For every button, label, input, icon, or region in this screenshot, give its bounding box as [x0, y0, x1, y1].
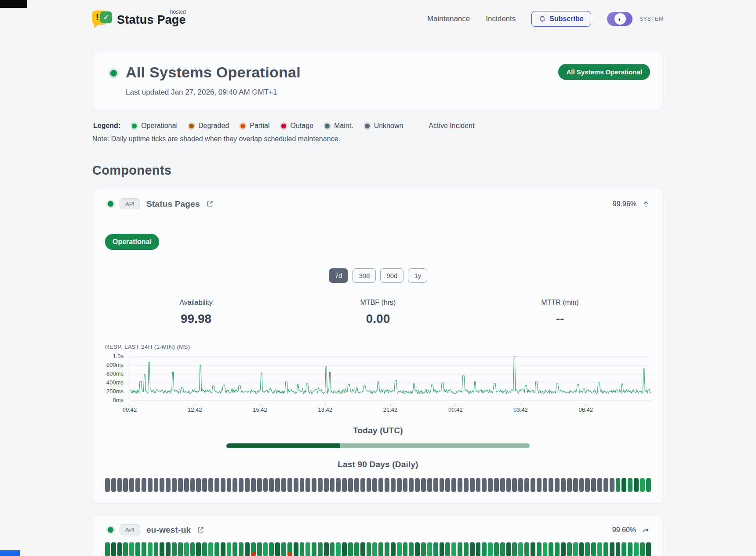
- uptime-day-tick: [603, 478, 608, 492]
- uptime-day-tick: [561, 542, 566, 556]
- uptime-day-tick: [354, 542, 359, 556]
- uptime-day-tick: [294, 542, 298, 556]
- legend-item-label: Partial: [250, 122, 269, 130]
- range-button-90d[interactable]: 90d: [380, 268, 403, 283]
- uptime-day-tick: [597, 542, 602, 556]
- uptime-day-tick: [275, 478, 280, 492]
- legend-dot-operational: [132, 124, 137, 128]
- chart-y-axis: 1.0s800ms600ms400ms200ms0ms: [105, 353, 125, 404]
- uptime-day-tick: [445, 542, 450, 556]
- uptime-day-tick: [227, 542, 232, 556]
- subscribe-label: Subscribe: [549, 15, 583, 23]
- uptime-day-tick: [281, 542, 286, 556]
- uptime-day-tick: [214, 542, 219, 556]
- uptime-day-tick: [409, 478, 414, 492]
- today-heading: Today (UTC): [105, 426, 651, 435]
- uptime-day-tick: [421, 478, 426, 492]
- uptime-day-tick: [354, 478, 359, 492]
- theme-toggle-label: SYSTEM: [640, 16, 664, 22]
- uptime-day-tick: [451, 542, 456, 556]
- today-progress-bar: [226, 443, 529, 448]
- uptime-day-tick: [202, 478, 207, 492]
- component-status-dot: [108, 201, 113, 207]
- uptime-day-tick: [549, 478, 553, 492]
- uptime-day-tick: [324, 542, 329, 556]
- uptime-day-tick: [142, 542, 146, 556]
- uptime-day-tick: [305, 478, 310, 492]
- uptime-day-tick: [342, 542, 347, 556]
- uptime-day-tick: [227, 478, 232, 492]
- chart-plot-area: [130, 356, 651, 400]
- uptime-day-tick: [597, 478, 602, 492]
- uptime-day-tick: [391, 478, 396, 492]
- uptime-day-tick: [573, 478, 578, 492]
- uptime-day-tick: [287, 542, 292, 556]
- nav-maintenance[interactable]: Maintenance: [427, 15, 470, 23]
- last-updated: Last updated Jan 27, 2026, 09:40 AM GMT+…: [126, 88, 301, 97]
- nav-incidents[interactable]: Incidents: [486, 15, 516, 23]
- uptime-day-tick: [172, 542, 177, 556]
- uptime-day-tick: [458, 478, 462, 492]
- subscribe-button[interactable]: Subscribe: [531, 11, 591, 27]
- legend-note: Note: Daily uptime ticks are shaded when…: [92, 135, 664, 143]
- uptime-day-tick: [123, 542, 128, 556]
- legend-item-label: Degraded: [198, 122, 229, 130]
- uptime-day-tick: [221, 542, 225, 556]
- stat-label-mttr: MTTR (min): [469, 299, 651, 307]
- stat-value-mttr: --: [469, 312, 651, 326]
- uptime-day-tick: [628, 542, 632, 556]
- uptime-day-tick: [263, 478, 268, 492]
- uptime-day-tick: [336, 542, 341, 556]
- uptime-day-tick: [251, 542, 256, 556]
- uptime-day-tick: [166, 478, 171, 492]
- hero-status-card: All Systems Operational Last updated Jan…: [92, 51, 664, 110]
- collapse-up-icon[interactable]: [643, 201, 649, 208]
- uptime-day-tick: [543, 542, 548, 556]
- uptime-day-tick: [172, 478, 177, 492]
- uptime-day-tick: [123, 478, 128, 492]
- stat-label-availability: Availability: [105, 299, 287, 307]
- range-button-7d[interactable]: 7d: [329, 268, 349, 283]
- uptime-day-tick: [603, 542, 608, 556]
- uptime-day-tick: [154, 478, 159, 492]
- theme-toggle[interactable]: ◐: [607, 12, 632, 26]
- uptime-day-tick: [427, 478, 432, 492]
- uptime-day-tick: [433, 478, 438, 492]
- history-heading: Last 90 Days (Daily): [105, 460, 651, 469]
- uptime-day-tick: [221, 478, 225, 492]
- uptime-day-tick: [464, 542, 469, 556]
- component-tag: API: [120, 524, 140, 535]
- uptime-day-tick: [567, 478, 572, 492]
- uptime-day-tick: [281, 478, 286, 492]
- range-button-30d[interactable]: 30d: [353, 268, 376, 283]
- uptime-day-tick: [470, 478, 475, 492]
- uptime-day-tick: [646, 478, 651, 492]
- uptime-day-tick: [445, 478, 450, 492]
- uptime-day-tick: [360, 542, 365, 556]
- external-link-icon[interactable]: [206, 200, 214, 208]
- legend: Legend: Operational Degraded Partial Out…: [92, 122, 664, 130]
- expand-icon[interactable]: [642, 527, 649, 533]
- brand-logo[interactable]: ! ✓ hosted Status Page: [92, 10, 186, 28]
- uptime-day-tick: [372, 542, 377, 556]
- uptime-day-tick: [531, 542, 535, 556]
- uptime-day-tick: [494, 478, 499, 492]
- legend-label: Legend:: [93, 122, 120, 130]
- statuspage-logo-icon: ! ✓: [92, 10, 113, 28]
- uptime-day-tick: [129, 478, 134, 492]
- uptime-day-tick: [330, 478, 335, 492]
- uptime-day-tick: [263, 542, 268, 556]
- external-link-icon[interactable]: [197, 526, 204, 534]
- range-button-1y[interactable]: 1y: [408, 268, 427, 283]
- stat-value-mtbf: 0.00: [287, 312, 469, 326]
- uptime-day-tick: [579, 542, 584, 556]
- uptime-day-tick: [105, 542, 110, 556]
- uptime-day-tick: [385, 478, 389, 492]
- uptime-day-tick: [549, 542, 553, 556]
- component-tag: API: [120, 198, 140, 209]
- uptime-day-tick: [440, 542, 444, 556]
- uptime-day-tick: [318, 542, 323, 556]
- uptime-day-tick: [482, 478, 487, 492]
- uptime-day-tick: [610, 478, 614, 492]
- uptime-day-tick: [488, 542, 493, 556]
